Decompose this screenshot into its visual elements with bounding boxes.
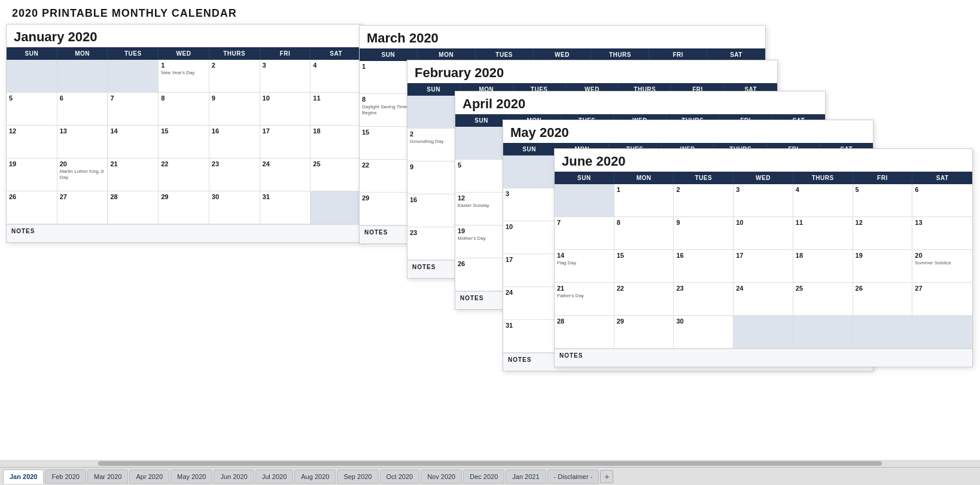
cal-cell: 6 bbox=[57, 93, 108, 126]
june-title: June 2020 bbox=[555, 149, 972, 172]
cal-cell: 15 bbox=[159, 126, 209, 158]
cal-cell: 12 bbox=[7, 126, 57, 158]
january-notes: NOTES bbox=[7, 224, 361, 242]
cal-cell: 17 bbox=[260, 126, 311, 158]
tab-may-2020[interactable]: May 2020 bbox=[171, 469, 212, 484]
tab-nov-2020[interactable]: Nov 2020 bbox=[421, 469, 462, 484]
tab-aug-2020[interactable]: Aug 2020 bbox=[294, 469, 336, 484]
january-title: January 2020 bbox=[7, 25, 361, 47]
tab-jun-2020[interactable]: Jun 2020 bbox=[214, 469, 254, 484]
header-wed: WED bbox=[159, 47, 209, 60]
tab-sep-2020[interactable]: Sep 2020 bbox=[337, 469, 378, 484]
tab-apr-2020[interactable]: Apr 2020 bbox=[129, 469, 169, 484]
cal-cell: 5 bbox=[7, 93, 57, 126]
cal-cell bbox=[7, 60, 57, 93]
cal-cell: 7 bbox=[108, 93, 159, 126]
cal-cell: 4 bbox=[311, 60, 361, 93]
tab-bar: Jan 2020 Feb 2020 Mar 2020 Apr 2020 May … bbox=[0, 467, 980, 485]
tab-feb-2020[interactable]: Feb 2020 bbox=[45, 469, 86, 484]
page-title: 2020 PRINTABLE MONTHLY CALENDAR bbox=[0, 0, 980, 22]
tab-mar-2020[interactable]: Mar 2020 bbox=[87, 469, 128, 484]
scrollbar-thumb[interactable] bbox=[98, 461, 882, 466]
cal-cell: 3 bbox=[260, 60, 311, 93]
cal-cell: 8 bbox=[159, 93, 209, 126]
cal-cell: 22 bbox=[159, 158, 209, 191]
tab-dec-2020[interactable]: Dec 2020 bbox=[463, 469, 504, 484]
header-fri: FRI bbox=[260, 47, 311, 60]
cal-cell: 26 bbox=[7, 191, 57, 224]
cal-cell: 16 bbox=[209, 126, 260, 158]
june-calendar: June 2020 SUN MON TUES WED THURS FRI SAT… bbox=[554, 148, 973, 367]
cal-cell: 25 bbox=[311, 158, 361, 191]
cal-cell bbox=[57, 60, 108, 93]
march-header: SUN MON TUES WED THURS FRI SAT bbox=[360, 48, 765, 61]
cal-cell: 23 bbox=[209, 158, 260, 191]
header-tue: TUES bbox=[108, 47, 159, 60]
header-mon: MON bbox=[57, 47, 108, 60]
scrollbar-container[interactable] bbox=[0, 460, 980, 467]
may-title: May 2020 bbox=[503, 120, 873, 143]
cal-cell: 27 bbox=[57, 191, 108, 224]
tab-jul-2020[interactable]: Jul 2020 bbox=[255, 469, 294, 484]
june-notes: NOTES bbox=[555, 349, 972, 367]
cal-cell: 11 bbox=[311, 93, 361, 126]
cal-cell: 30 bbox=[209, 191, 260, 224]
cal-cell: 28 bbox=[108, 191, 159, 224]
january-body: 1New Year's Day 2 3 4 5 6 7 8 9 10 11 12… bbox=[7, 60, 361, 224]
cal-cell: 10 bbox=[260, 93, 311, 126]
cal-cell bbox=[108, 60, 159, 93]
march-title: March 2020 bbox=[360, 26, 765, 48]
tab-oct-2020[interactable]: Oct 2020 bbox=[380, 469, 420, 484]
main-container: 2020 PRINTABLE MONTHLY CALENDAR January … bbox=[0, 0, 980, 485]
cal-cell: 18 bbox=[311, 126, 361, 158]
header-thu: THURS bbox=[209, 47, 260, 60]
cal-cell: 31 bbox=[260, 191, 311, 224]
april-title: April 2020 bbox=[455, 91, 825, 114]
tab-jan-2021[interactable]: Jan 2021 bbox=[506, 469, 546, 484]
cal-cell: 21 bbox=[108, 158, 159, 191]
tab-jan-2020[interactable]: Jan 2020 bbox=[3, 469, 44, 484]
cal-cell: 9 bbox=[209, 93, 260, 126]
june-body: 1 2 3 4 5 6 7 8 9 10 11 12 13 14Flag Day… bbox=[555, 184, 972, 349]
january-header: SUN MON TUES WED THURS FRI SAT bbox=[7, 47, 361, 60]
tab-disclaimer[interactable]: - Disclaimer - bbox=[547, 469, 599, 484]
june-header: SUN MON TUES WED THURS FRI SAT bbox=[555, 172, 972, 184]
header-sun: SUN bbox=[7, 47, 57, 60]
january-calendar: January 2020 SUN MON TUES WED THURS FRI … bbox=[6, 24, 362, 243]
cal-cell: 29 bbox=[159, 191, 209, 224]
cal-cell bbox=[311, 191, 361, 224]
cal-cell: 14 bbox=[108, 126, 159, 158]
cal-cell: 13 bbox=[57, 126, 108, 158]
february-title: February 2020 bbox=[407, 60, 777, 83]
header-sat: SAT bbox=[311, 47, 361, 60]
cal-cell: 24 bbox=[260, 158, 311, 191]
cal-cell: 20Martin Luther King Jr Day bbox=[57, 158, 108, 191]
cal-cell: 2 bbox=[209, 60, 260, 93]
cal-cell: 19 bbox=[7, 158, 57, 191]
tab-add-button[interactable]: + bbox=[600, 470, 613, 483]
cal-cell: 1New Year's Day bbox=[159, 60, 209, 93]
